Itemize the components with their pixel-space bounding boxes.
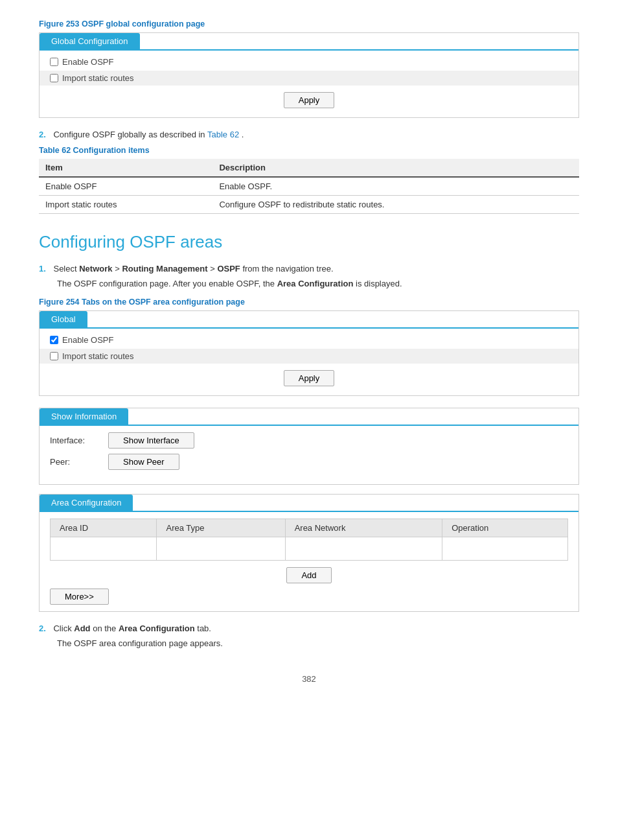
import-static-checkbox-1[interactable] [50, 74, 58, 82]
figure-254-label: Figure 254 Tabs on the OSPF area configu… [39, 298, 579, 307]
step-2b-area-config: Area Configuration [119, 624, 195, 633]
area-col-network: Area Network [285, 519, 442, 537]
table-row: Import static routes Configure OSPF to r… [39, 196, 579, 214]
figure-253-label: Figure 253 OSPF global configuration pag… [39, 19, 579, 29]
peer-label: Peer: [50, 457, 108, 467]
import-static-label-1: Import static routes [62, 73, 134, 83]
step-1-arrow2: > [210, 264, 217, 274]
area-col-id: Area ID [51, 519, 157, 537]
peer-row: Peer: Show Peer [50, 454, 568, 470]
step-1-desc: The OSPF configuration page. After you e… [57, 279, 579, 288]
step-2b: 2. Click Add on the Area Configuration t… [39, 624, 579, 633]
apply-row-1: Apply [50, 92, 568, 108]
step-1-network: Network [79, 264, 112, 274]
table-cell-desc-2: Configure OSPF to redistribute static ro… [212, 196, 579, 214]
step-1-text-before: Select [53, 264, 76, 274]
enable-ospf-row-2: Enable OSPF [50, 335, 568, 345]
more-button[interactable]: More>> [50, 589, 109, 605]
step-1-ospf: OSPF [217, 264, 240, 274]
import-static-label-2: Import static routes [62, 351, 134, 361]
import-static-row-2: Import static routes [40, 349, 578, 364]
step-1-arrow1: > [115, 264, 122, 274]
global-config-panel-1: Global Configuration Enable OSPF Import … [39, 32, 579, 118]
enable-ospf-label-2: Enable OSPF [62, 335, 114, 345]
show-information-tab: Show Information [40, 408, 128, 425]
table62-link[interactable]: Table 62 [207, 130, 239, 139]
apply-button-1[interactable]: Apply [284, 92, 335, 108]
import-static-checkbox-2[interactable] [50, 352, 58, 360]
step-2b-num: 2. [39, 624, 46, 633]
more-btn-row: More>> [50, 589, 568, 605]
show-peer-button[interactable]: Show Peer [108, 454, 179, 470]
table-col-item: Item [39, 159, 212, 177]
table-cell-desc-1: Enable OSPF. [212, 177, 579, 196]
step-2-configure: 2. Configure OSPF globally as described … [39, 130, 579, 139]
area-col-type: Area Type [157, 519, 285, 537]
add-button[interactable]: Add [286, 567, 331, 583]
step-1-text-after: from the navigation tree. [242, 264, 333, 274]
step-2b-middle: on the [93, 624, 119, 633]
apply-row-2: Apply [50, 370, 568, 386]
step-2b-add: Add [74, 624, 90, 633]
table-cell-item-2: Import static routes [39, 196, 212, 214]
step-num-2: 2. [39, 130, 46, 139]
step-2b-desc: The OSPF area configuration page appears… [57, 638, 579, 648]
step-1-desc-before: The OSPF configuration page. After you e… [57, 279, 277, 288]
area-table-row-empty [51, 537, 568, 561]
step-2-text: Configure OSPF globally as described in [53, 130, 205, 139]
ospf-area-config-panel: Global Enable OSPF Import static routes … [39, 310, 579, 396]
table-62-label: Table 62 Configuration items [39, 146, 579, 155]
apply-button-2[interactable]: Apply [284, 370, 335, 386]
global-config-tab-1: Global Configuration [40, 33, 140, 49]
section-heading-ospf-areas: Configuring OSPF areas [39, 232, 579, 252]
interface-row: Interface: Show Interface [50, 432, 568, 449]
table-62: Item Description Enable OSPF Enable OSPF… [39, 159, 579, 214]
step-2-period: . [242, 130, 244, 139]
area-col-operation: Operation [442, 519, 568, 537]
import-static-row-1: Import static routes [40, 71, 578, 86]
step-1-select: 1. Select Network > Routing Management >… [39, 264, 579, 274]
page-number: 382 [39, 674, 579, 684]
global-tab: Global [40, 311, 87, 327]
table-cell-item-1: Enable OSPF [39, 177, 212, 196]
step-1-routing: Routing Management [122, 264, 207, 274]
table-row: Enable OSPF Enable OSPF. [39, 177, 579, 196]
step-2b-after: tab. [197, 624, 211, 633]
area-config-table: Area ID Area Type Area Network Operation [50, 519, 568, 561]
add-row: Add [50, 567, 568, 583]
step-1-desc-after: is displayed. [356, 279, 402, 288]
show-interface-button[interactable]: Show Interface [108, 432, 194, 449]
interface-label: Interface: [50, 436, 108, 445]
step-2b-before: Click [53, 624, 74, 633]
step-1-desc-bold: Area Configuration [277, 279, 354, 288]
enable-ospf-row-1: Enable OSPF [50, 57, 568, 67]
enable-ospf-label-1: Enable OSPF [62, 57, 114, 67]
table-col-description: Description [212, 159, 579, 177]
step-num-1: 1. [39, 264, 46, 274]
enable-ospf-checkbox-1[interactable] [50, 58, 58, 66]
area-config-tab: Area Configuration [40, 495, 133, 511]
area-config-panel: Area Configuration Area ID Area Type Are… [39, 494, 579, 612]
enable-ospf-checkbox-2[interactable] [50, 336, 58, 344]
show-information-panel: Show Information Interface: Show Interfa… [39, 408, 579, 485]
